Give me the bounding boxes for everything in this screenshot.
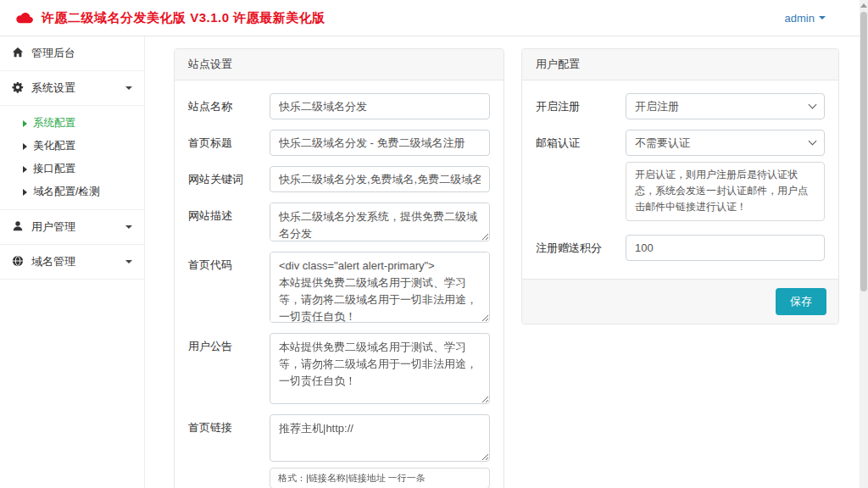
caret-down-icon	[125, 260, 132, 263]
user-config-title: 用户配置	[522, 49, 838, 80]
description-label: 网站描述	[188, 202, 270, 241]
register-label: 开启注册	[536, 93, 626, 119]
site-settings-title: 站点设置	[175, 49, 504, 80]
sidebar-item-domain-management[interactable]: 域名管理	[0, 245, 144, 280]
submenu-arrow-icon	[23, 120, 27, 127]
sidebar-item-system-config[interactable]: 系统配置	[0, 112, 144, 135]
globe-icon	[12, 255, 24, 269]
submenu-arrow-icon	[23, 166, 27, 173]
scroll-up-arrow-icon	[860, 3, 867, 8]
chevron-down-icon	[819, 16, 826, 19]
system-settings-submenu: 系统配置 美化配置 接口配置 域名配置/检测	[0, 106, 144, 210]
keywords-label: 网站关键词	[188, 166, 270, 192]
submenu-arrow-icon	[23, 143, 27, 150]
submenu-arrow-icon	[23, 189, 27, 196]
caret-down-icon	[125, 86, 132, 90]
email-verify-select[interactable]: 不需要认证	[626, 130, 825, 156]
register-select[interactable]: 开启注册	[626, 93, 825, 119]
site-settings-panel: 站点设置 站点名称 首页标题 网站关键词	[174, 48, 504, 488]
submenu-item-label: 域名配置/检测	[33, 185, 99, 199]
home-links-textarea[interactable]: 推荐主机|http://	[270, 414, 490, 462]
email-verify-label: 邮箱认证	[536, 130, 626, 221]
user-icon	[12, 220, 24, 235]
admin-dropdown[interactable]: admin	[785, 12, 826, 25]
main-content: 站点设置 站点名称 首页标题 网站关键词	[145, 36, 868, 488]
home-code-textarea[interactable]: <div class="alert alert-primary"> 本站提供免费…	[270, 252, 490, 323]
sidebar: 管理后台 系统设置 系统配置 美化配置 接口配置	[0, 36, 145, 488]
register-points-input[interactable]	[626, 235, 825, 261]
home-links-label: 首页链接	[188, 414, 270, 488]
sidebar-item-label: 系统设置	[31, 80, 75, 96]
sidebar-item-label: 管理后台	[31, 46, 75, 61]
submenu-item-label: 美化配置	[33, 139, 75, 153]
register-points-label: 注册赠送积分	[536, 235, 626, 261]
admin-label: admin	[785, 12, 815, 25]
description-textarea[interactable]: 快乐二级域名分发系统，提供免费二级域名分发	[270, 202, 490, 241]
submenu-item-label: 系统配置	[33, 116, 75, 130]
scrollbar-thumb[interactable]	[860, 12, 867, 291]
home-icon	[12, 47, 24, 61]
home-title-label: 首页标题	[188, 130, 270, 156]
cloud-icon	[15, 12, 34, 25]
site-name-label: 站点名称	[188, 93, 270, 119]
user-config-panel: 用户配置 开启注册 开启注册 邮箱认证 不需要认证	[521, 48, 839, 324]
notice-label: 用户公告	[188, 333, 270, 404]
caret-down-icon	[125, 225, 132, 229]
brand[interactable]: 许愿二级域名分发美化版 V3.1.0 许愿最新美化版	[15, 10, 326, 26]
keywords-input[interactable]	[270, 166, 490, 192]
sidebar-item-user-management[interactable]: 用户管理	[0, 210, 144, 245]
home-title-input[interactable]	[270, 130, 490, 156]
sidebar-item-system-settings[interactable]: 系统设置	[0, 71, 144, 106]
top-header: 许愿二级域名分发美化版 V3.1.0 许愿最新美化版 admin	[0, 0, 868, 36]
submenu-item-label: 接口配置	[33, 162, 75, 176]
notice-textarea[interactable]: 本站提供免费二级域名用于测试、学习等，请勿将二级域名用于一切非法用途，一切责任自…	[270, 333, 490, 404]
site-name-input[interactable]	[270, 93, 490, 119]
page-title: 许愿二级域名分发美化版 V3.1.0 许愿最新美化版	[42, 10, 326, 26]
sidebar-item-label: 域名管理	[31, 254, 75, 269]
sidebar-item-beautify-config[interactable]: 美化配置	[0, 135, 144, 158]
sidebar-item-api-config[interactable]: 接口配置	[0, 158, 144, 180]
sidebar-item-dashboard[interactable]: 管理后台	[0, 36, 144, 71]
email-verify-help: 开启认证，则用户注册后是待认证状态，系统会发送一封认证邮件，用户点击邮件中链接进…	[626, 162, 825, 221]
sidebar-item-label: 用户管理	[31, 219, 75, 235]
user-config-footer: 保存	[522, 279, 838, 324]
home-code-label: 首页代码	[188, 252, 270, 323]
save-button[interactable]: 保存	[776, 288, 826, 315]
home-links-help: 格式：|链接名称|链接地址 一行一条	[270, 468, 490, 488]
gear-icon	[12, 81, 24, 96]
sidebar-item-domain-config[interactable]: 域名配置/检测	[0, 180, 144, 203]
page-scrollbar[interactable]	[860, 0, 868, 488]
